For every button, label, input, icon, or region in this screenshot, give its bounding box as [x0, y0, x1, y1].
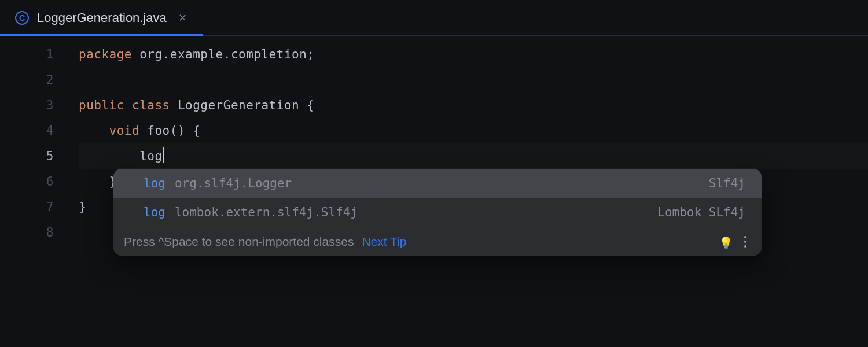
completion-item-source: Lombok SLf4j — [657, 205, 745, 219]
completion-hint-bar: Press ^Space to see non-imported classes… — [113, 227, 762, 256]
line-number: 2 — [0, 67, 54, 93]
completion-hint-text: Press ^Space to see non-imported classes — [124, 235, 354, 249]
line-number: 6 — [0, 169, 54, 194]
completion-item-desc: org.slf4j.Logger — [175, 176, 292, 190]
completion-item-source: Slf4j — [709, 176, 745, 190]
line-number: 7 — [0, 194, 54, 220]
code-line: package org.example.completion; — [79, 42, 868, 67]
lightbulb-icon[interactable]: 💡 — [719, 236, 730, 248]
line-number-gutter: 1 2 3 4 5 6 7 8 — [0, 36, 76, 347]
completion-item-name: log — [144, 205, 165, 219]
completion-item[interactable]: log lombok.extern.slf4j.Slf4j Lombok SLf… — [113, 198, 762, 227]
line-number: 3 — [0, 93, 54, 118]
line-number-current: 5 — [0, 143, 54, 169]
next-tip-link[interactable]: Next Tip — [362, 235, 406, 249]
code-line: void foo() { — [79, 118, 868, 143]
text-caret — [163, 147, 164, 163]
editor-tab-title: LoggerGeneration.java — [37, 10, 167, 25]
code-line: public class LoggerGeneration { — [79, 93, 868, 118]
line-number: 1 — [0, 42, 54, 67]
completion-item-desc: lombok.extern.slf4j.Slf4j — [175, 205, 358, 219]
line-number: 4 — [0, 118, 54, 143]
code-completion-popup: log org.slf4j.Logger Slf4j log lombok.ex… — [113, 169, 762, 256]
close-tab-icon[interactable]: ✕ — [175, 8, 190, 28]
code-line-current: log — [79, 143, 868, 169]
editor-tab-bar: C LoggerGeneration.java ✕ — [0, 0, 868, 36]
completion-item[interactable]: log org.slf4j.Logger Slf4j — [113, 169, 762, 198]
code-line — [79, 67, 868, 93]
more-options-icon[interactable] — [742, 234, 749, 250]
line-number: 8 — [0, 220, 54, 245]
completion-item-name: log — [144, 176, 165, 190]
editor-tab[interactable]: C LoggerGeneration.java ✕ — [0, 0, 207, 35]
class-file-icon: C — [15, 11, 29, 25]
